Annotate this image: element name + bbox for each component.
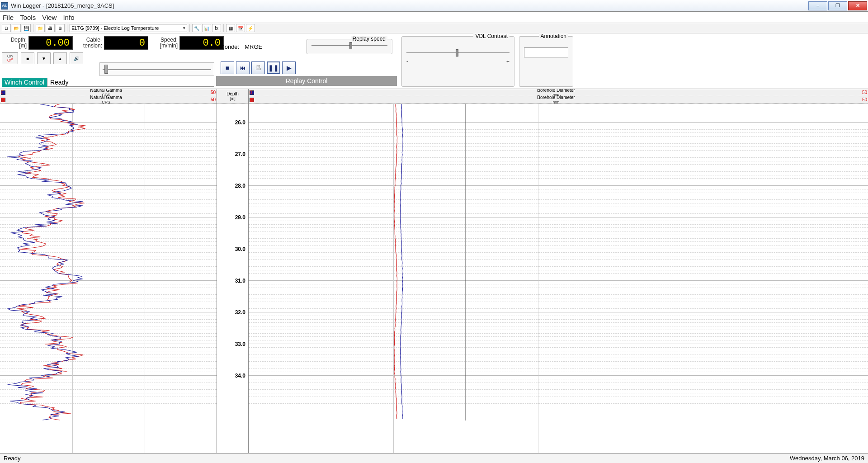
sonde-label: Sonde: [221,43,239,50]
winch-onoff-button[interactable]: OnOff [2,52,18,64]
winch-control-tag: Winch Control [2,78,47,87]
status-bar: Ready Wednesday, March 06, 2019 [0,453,868,463]
menu-tools[interactable]: Tools [20,14,36,21]
depth-label: Depth: [m] [2,37,27,49]
toolbar-fx-icon[interactable]: fx [212,24,221,32]
vdl-plus: + [506,58,509,65]
winch-down-button[interactable]: ▼ [37,52,51,64]
replay-pause-button[interactable]: ❚❚ [267,61,280,74]
minimize-button[interactable]: − [808,1,827,10]
replay-print-button[interactable]: 🖶 [251,61,265,74]
vdl-minus: - [406,58,408,65]
toolbar-folder-icon[interactable]: 📁 [36,24,45,32]
vdl-slider[interactable] [406,49,509,57]
toolbar-grid-icon[interactable]: ▦ [226,24,235,32]
menu-file[interactable]: File [3,14,14,21]
close-button[interactable]: ✕ [848,1,867,10]
app-icon: WL [1,2,8,9]
menu-bar: File Tools View Info [0,12,868,23]
winch-speed-slider[interactable] [99,62,214,76]
dropdown-arrow-icon: ▾ [183,26,185,30]
toolbar-wrench-icon[interactable]: 🔧 [192,24,201,32]
winch-status: Ready [47,78,214,87]
tool-select-dropdown[interactable]: ELTG [9739] - Electric Log Temperature ▾ [70,24,187,32]
toolbar-print-icon[interactable]: 🖶 [46,24,55,32]
window-title: Win Logger - [20181205_merge_3ACS] [11,2,808,9]
tension-label: Cable- tension: [77,37,102,49]
status-date: Wednesday, March 06, 2019 [790,455,864,462]
annotation-group: Annotation [519,36,573,87]
replay-rewind-button[interactable]: ⏮ [236,61,250,74]
status-left: Ready [4,455,21,462]
sonde-group: Sonde: MRGE Replay speed ■ ⏮ 🖶 ❚❚ ▶ [216,36,397,73]
upper-control-area: Depth: [m] 0.00 Cable- tension: 0 Speed:… [0,33,868,89]
track-natural-gamma: Natural GammaCPS 50 Natural GammaCPS 50 … [0,89,217,453]
toolbar: 🗋 📂 💾 📁 🖶 🗎 ELTG [9739] - Electric Log T… [0,23,868,33]
replay-play-button[interactable]: ▶ [282,61,296,74]
annotation-input[interactable] [524,47,568,57]
gamma-plot[interactable] [0,104,217,453]
menu-view[interactable]: View [42,14,57,21]
depth-readout: 0.00 [28,36,73,50]
tension-readout: 0 [104,36,148,50]
replay-stop-button[interactable]: ■ [221,61,234,74]
speed-label: Speed: [m/min] [153,37,178,49]
toolbar-new-icon[interactable]: 🗋 [2,24,11,32]
toolbar-cal-icon[interactable]: 📅 [236,24,245,32]
gamma-swatch-red-icon [1,98,5,102]
replay-speed-group: Replay speed [307,39,392,54]
title-bar: WL Win Logger - [20181205_merge_3ACS] − … [0,0,868,12]
tool-select-value: ELTG [9739] - Electric Log Temperature [71,25,159,31]
toolbar-preview-icon[interactable]: 🗎 [56,24,65,32]
replay-control-bar: Replay Control [216,76,397,86]
toolbar-chart-icon[interactable]: 📊 [202,24,211,32]
toolbar-open-icon[interactable]: 📂 [12,24,21,32]
winch-sound-button[interactable]: 🔊 [70,52,83,64]
vdl-contrast-group: VDL Contrast - + [401,36,514,87]
toolbar-bolt-icon[interactable]: ⚡ [246,24,255,32]
winch-stop-button[interactable]: ■ [21,52,34,64]
log-chart-area: Natural GammaCPS 50 Natural GammaCPS 50 … [0,89,868,453]
winch-up-button[interactable]: ▲ [53,52,67,64]
track-depth: Depth[m] 26.027.028.029.030.031.032.033.… [217,89,249,453]
menu-info[interactable]: Info [63,14,74,21]
depth-scale: 26.027.028.029.030.031.032.033.034.0 [217,104,248,453]
borehole-swatch-red-icon [250,98,254,102]
sonde-value: MRGE [245,43,262,50]
borehole-plot[interactable] [249,104,868,453]
maximize-button[interactable]: ❐ [828,1,847,10]
toolbar-save-icon[interactable]: 💾 [22,24,31,32]
track-borehole-diameter: Borehole Diametermm 50 Borehole Diameter… [249,89,868,453]
replay-speed-slider[interactable] [311,42,387,49]
